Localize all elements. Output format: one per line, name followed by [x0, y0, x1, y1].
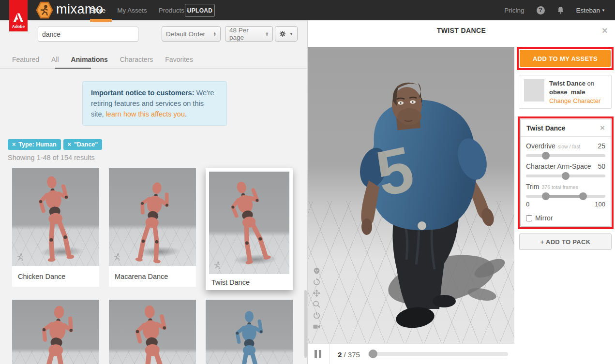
- animation-thumbnail: [209, 172, 289, 274]
- mirror-label: Mirror: [535, 214, 553, 222]
- mannequin-figure: [223, 308, 276, 364]
- animation-card[interactable]: [109, 300, 196, 364]
- tab-all[interactable]: All: [51, 56, 59, 63]
- mixamo-app: Store My Assets Products▼ UPLOAD Pricing…: [0, 0, 615, 364]
- animation-type-icon: [16, 253, 24, 261]
- overdrive-slider[interactable]: [526, 154, 605, 157]
- filter-chips: × Type: Human × "Dance": [8, 139, 102, 150]
- animation-thumbnail: [12, 168, 99, 266]
- pan-tool-icon[interactable]: [313, 289, 321, 297]
- chevron-down-icon: ▼: [289, 32, 293, 36]
- change-character-link[interactable]: Change Character: [549, 97, 600, 105]
- search-box: [38, 27, 138, 42]
- overdrive-hint: slow / fast: [558, 144, 581, 149]
- frame-counter: 2 / 375: [338, 350, 360, 359]
- overdrive-slider-handle[interactable]: [542, 152, 550, 160]
- preview-title: TWIST DANCE: [308, 27, 615, 34]
- animation-card[interactable]: [206, 300, 293, 364]
- mannequin-figure: [22, 300, 90, 364]
- rotate-tool-icon[interactable]: [313, 278, 321, 286]
- remove-filter-icon[interactable]: ×: [68, 141, 71, 148]
- brand-wordmark[interactable]: mixamo: [56, 2, 104, 17]
- add-to-pack-button[interactable]: + ADD TO PACK: [519, 233, 612, 250]
- timeline-scrubber[interactable]: [368, 352, 508, 356]
- animation-title: Macarena Dance: [109, 266, 196, 287]
- armspace-slider-handle[interactable]: [562, 172, 570, 180]
- scrubber-handle[interactable]: [369, 349, 377, 358]
- animation-type-icon: [213, 261, 221, 269]
- results-count: Showing 1-48 of 154 results: [8, 154, 95, 161]
- animation-thumbnail: [12, 300, 99, 364]
- mannequin-figure: [119, 175, 185, 266]
- running-character-icon: [39, 4, 50, 16]
- settings-title: Twist Dance: [526, 124, 566, 132]
- sort-order-select[interactable]: Default Order ▲▼: [162, 26, 221, 42]
- armspace-slider[interactable]: [526, 175, 605, 177]
- mannequin-figure: [22, 170, 89, 266]
- armspace-label: Character Arm-Space: [526, 162, 591, 170]
- browse-tabs: Featured All Animations Characters Favor…: [0, 51, 308, 69]
- skull-tool-icon[interactable]: [313, 267, 321, 275]
- select-arrows-icon: ▲▼: [210, 31, 216, 36]
- close-settings-icon[interactable]: ×: [600, 123, 605, 133]
- overdrive-label: Overdrive: [526, 142, 555, 150]
- close-preview-icon[interactable]: ×: [602, 25, 608, 36]
- nav-my-assets[interactable]: My Assets: [117, 7, 147, 14]
- store-browse-panel: Default Order ▲▼ 48 Per page ▲▼ ▼ Featur…: [0, 20, 308, 364]
- animation-card-twist-dance-selected[interactable]: Twist Dance: [206, 168, 293, 290]
- nav-pricing[interactable]: Pricing: [504, 7, 524, 14]
- zoom-tool-icon[interactable]: [313, 300, 321, 308]
- playback-bar: 2 / 375: [308, 343, 514, 364]
- tab-featured[interactable]: Featured: [12, 56, 39, 63]
- reset-tool-icon[interactable]: [313, 311, 321, 320]
- select-arrows-icon: ▲▼: [262, 31, 269, 36]
- pause-button[interactable]: [315, 350, 321, 358]
- settings-dropdown-button[interactable]: ▼: [275, 26, 298, 42]
- animation-card-chicken-dance[interactable]: Chicken Dance: [12, 168, 99, 287]
- camera-tool-icon[interactable]: [313, 322, 321, 331]
- 3d-viewport[interactable]: 5: [308, 47, 514, 343]
- upload-button[interactable]: UPLOAD: [185, 4, 215, 17]
- chevron-down-icon: ▼: [601, 8, 605, 13]
- per-page-select[interactable]: 48 Per page ▲▼: [225, 26, 273, 42]
- mirror-checkbox[interactable]: [526, 215, 532, 221]
- animation-card-macarena-dance[interactable]: Macarena Dance: [109, 168, 196, 287]
- notice-link[interactable]: learn how this affects you: [106, 110, 185, 118]
- animation-title: Chicken Dance: [12, 266, 99, 287]
- animation-type-icon: [113, 253, 121, 261]
- animation-card[interactable]: [12, 300, 99, 364]
- character-thumbnail: [524, 79, 544, 102]
- character-obese-male: 5: [319, 57, 513, 337]
- filter-chip-dance[interactable]: × "Dance": [63, 139, 103, 150]
- remove-filter-icon[interactable]: ×: [12, 141, 15, 148]
- viewport-tools: [313, 267, 321, 331]
- trim-range-slider[interactable]: [526, 195, 605, 198]
- trim-label: Trim: [526, 183, 539, 190]
- add-to-my-assets-button[interactable]: ADD TO MY ASSETS: [520, 50, 611, 67]
- trim-min: 0: [526, 201, 529, 208]
- adobe-a-icon: [13, 13, 24, 23]
- animation-thumbnail: [109, 168, 196, 266]
- trim-start-handle[interactable]: [542, 192, 550, 200]
- gear-icon: [279, 30, 286, 37]
- animation-thumbnail: [109, 300, 196, 364]
- scrollbar-thumb[interactable]: [304, 290, 307, 358]
- help-icon[interactable]: ?: [537, 6, 545, 15]
- trim-max: 100: [595, 201, 605, 208]
- user-menu[interactable]: Esteban▼: [576, 7, 605, 14]
- mannequin-figure: [119, 300, 186, 364]
- tab-favorites[interactable]: Favorites: [165, 56, 193, 63]
- animation-title: Twist Dance: [209, 274, 289, 290]
- store-active-underline: [90, 19, 112, 22]
- tab-animations[interactable]: Animations: [71, 56, 108, 63]
- filter-chip-type-human[interactable]: × Type: Human: [8, 139, 61, 150]
- search-input[interactable]: [38, 30, 134, 38]
- active-tab-underline: [55, 68, 91, 69]
- adobe-logo[interactable]: Adobe: [9, 0, 28, 31]
- bell-icon[interactable]: [557, 6, 564, 14]
- overdrive-value: 25: [598, 142, 605, 150]
- trim-end-handle[interactable]: [579, 192, 587, 200]
- animation-settings-panel: Twist Dance × Overdrive slow / fast 25 C…: [520, 119, 611, 227]
- mixamo-logo[interactable]: [36, 1, 53, 19]
- tab-characters[interactable]: Characters: [120, 56, 153, 63]
